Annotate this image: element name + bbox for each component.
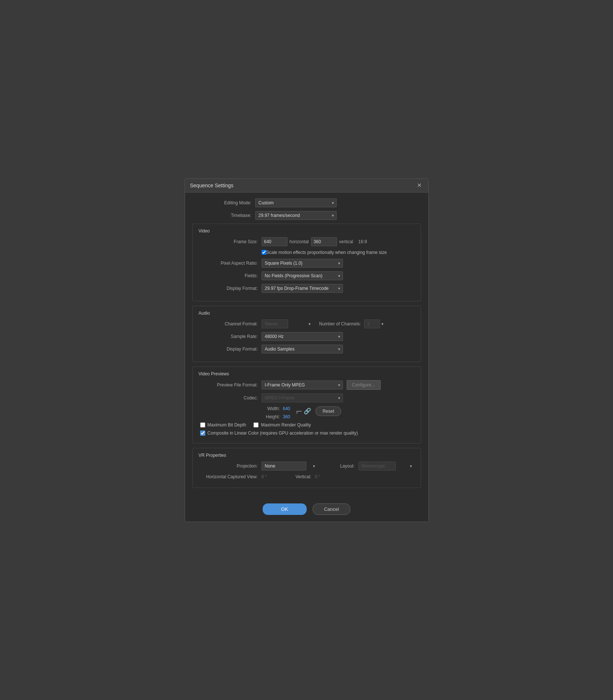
fields-select[interactable]: No Fields (Progressive Scan) Upper Field… <box>262 271 343 280</box>
width-height-area: Width: 640 Height: 360 ⌐ 🔗 Reset <box>199 406 415 419</box>
dialog-body: Editing Mode: Custom ARRI Cinema AVC-Int… <box>185 192 428 498</box>
projection-select-wrapper: None Equirectangular <box>262 462 318 470</box>
title-bar: Sequence Settings ✕ <box>185 179 428 192</box>
captured-view-row: Horizontal Captured View: 0 ° Vertical: … <box>199 474 415 479</box>
video-display-format-row: Display Format: 29.97 fps Drop-Frame Tim… <box>199 284 415 293</box>
frame-size-row: Frame Size: horizontal vertical 16:9 <box>199 237 415 246</box>
video-previews-section: Video Previews Preview File Format: I-Fr… <box>192 366 421 443</box>
timebase-select[interactable]: 29.97 frames/second 23.976 frames/second… <box>255 211 337 220</box>
quality-checkboxes-row: Maximum Bit Depth Maximum Render Quality <box>200 422 415 428</box>
width-label: Width: <box>262 406 280 411</box>
sample-rate-label: Sample Rate: <box>199 334 258 339</box>
cancel-button[interactable]: Cancel <box>313 503 350 515</box>
editing-mode-row: Editing Mode: Custom ARRI Cinema AVC-Int… <box>192 198 421 207</box>
video-display-format-select[interactable]: 29.97 fps Drop-Frame Timecode 29.97 fps … <box>262 284 343 293</box>
scale-motion-label: Scale motion effects proportionally when… <box>266 250 387 255</box>
video-display-format-select-wrapper: 29.97 fps Drop-Frame Timecode 29.97 fps … <box>262 284 343 293</box>
codec-select-wrapper: MPEG I-Frame <box>262 393 343 402</box>
video-section-title: Video <box>199 228 415 234</box>
audio-section: Audio Channel Format: Stereo Number of C… <box>192 306 421 362</box>
vertical-label: vertical <box>339 239 353 244</box>
pixel-aspect-ratio-label: Pixel Aspect Ratio: <box>199 261 258 266</box>
composite-linear-checkbox[interactable] <box>200 431 205 436</box>
vertical-value: 0 ° <box>315 474 320 479</box>
preview-file-format-select-wrapper: I-Frame Only MPEG QuickTime Microsoft AV… <box>262 381 343 389</box>
sequence-settings-dialog: Sequence Settings ✕ Editing Mode: Custom… <box>185 178 429 522</box>
horizontal-captured-view-label: Horizontal Captured View: <box>199 474 258 479</box>
vr-properties-section: VR Properties Projection: None Equirecta… <box>192 448 421 488</box>
num-channels-select-wrapper: 2 <box>364 319 386 328</box>
height-row: Height: 360 <box>262 414 290 419</box>
max-bit-depth-row: Maximum Bit Depth <box>200 422 246 428</box>
configure-button[interactable]: Configure... <box>347 380 381 390</box>
horizontal-captured-view-value: 0 ° <box>262 474 267 479</box>
timebase-row: Timebase: 29.97 frames/second 23.976 fra… <box>192 211 421 220</box>
pixel-aspect-ratio-select[interactable]: Square Pixels (1.0) D1/DV NTSC (0.9091) … <box>262 259 343 268</box>
height-value: 360 <box>283 414 290 419</box>
num-channels-group: Number of Channels: 2 <box>319 319 386 328</box>
vertical-label: Vertical: <box>282 474 311 479</box>
fields-row: Fields: No Fields (Progressive Scan) Upp… <box>199 271 415 280</box>
channel-format-row: Channel Format: Stereo Number of Channel… <box>199 319 415 328</box>
editing-mode-select[interactable]: Custom ARRI Cinema AVC-Intra AVCHD Digit… <box>255 198 337 207</box>
video-display-format-label: Display Format: <box>199 286 258 291</box>
ok-button[interactable]: OK <box>263 503 307 515</box>
width-row: Width: 640 <box>262 406 290 411</box>
width-height-block: Width: 640 Height: 360 <box>262 406 290 419</box>
video-section: Video Frame Size: horizontal vertical 16… <box>192 224 421 301</box>
sample-rate-row: Sample Rate: 48000 Hz 8000 Hz 44100 Hz 9… <box>199 332 415 341</box>
fields-label: Fields: <box>199 273 258 278</box>
channel-format-select-wrapper: Stereo <box>262 319 313 328</box>
channel-format-select: Stereo <box>262 319 288 328</box>
audio-display-format-row: Display Format: Audio Samples Millisecon… <box>199 345 415 354</box>
max-render-quality-row: Maximum Render Quality <box>253 422 311 428</box>
max-render-quality-checkbox[interactable] <box>253 422 259 428</box>
audio-display-format-select-wrapper: Audio Samples Milliseconds <box>262 345 343 354</box>
max-render-quality-label: Maximum Render Quality <box>261 422 311 428</box>
channel-format-label: Channel Format: <box>199 321 258 326</box>
pixel-aspect-ratio-row: Pixel Aspect Ratio: Square Pixels (1.0) … <box>199 259 415 268</box>
composite-linear-label: Composite in Linear Color (requires GPU … <box>208 431 358 436</box>
layout-select-wrapper: Monoscopic <box>358 462 415 470</box>
num-channels-select: 2 <box>364 319 380 328</box>
preview-file-format-select[interactable]: I-Frame Only MPEG QuickTime Microsoft AV… <box>262 381 343 389</box>
vr-properties-section-title: VR Properties <box>199 453 415 458</box>
projection-label: Projection: <box>199 463 258 469</box>
video-previews-section-title: Video Previews <box>199 371 415 376</box>
projection-layout-row: Projection: None Equirectangular Layout:… <box>199 462 415 470</box>
editing-mode-select-wrapper: Custom ARRI Cinema AVC-Intra AVCHD Digit… <box>255 198 337 207</box>
projection-select[interactable]: None Equirectangular <box>262 462 306 470</box>
preview-file-format-label: Preview File Format: <box>199 382 258 388</box>
aspect-ratio: 16:9 <box>358 239 367 244</box>
link-icon[interactable]: 🔗 <box>304 408 311 415</box>
max-bit-depth-checkbox[interactable] <box>200 422 205 428</box>
audio-display-format-select[interactable]: Audio Samples Milliseconds <box>262 345 343 354</box>
audio-display-format-label: Display Format: <box>199 346 258 352</box>
codec-row: Codec: MPEG I-Frame <box>199 393 415 402</box>
scale-motion-row: Scale motion effects proportionally when… <box>262 250 415 255</box>
width-value: 640 <box>283 406 290 411</box>
num-channels-label: Number of Channels: <box>319 321 361 326</box>
frame-size-vertical-input[interactable] <box>311 237 337 246</box>
bracket-group: ⌐ 🔗 Reset <box>296 406 341 416</box>
horizontal-label: horizontal <box>290 239 309 244</box>
reset-button[interactable]: Reset <box>316 406 341 416</box>
close-button[interactable]: ✕ <box>415 182 423 189</box>
layout-label: Layout: <box>325 463 355 469</box>
timebase-select-wrapper: 29.97 frames/second 23.976 frames/second… <box>255 211 337 220</box>
sample-rate-select-wrapper: 48000 Hz 8000 Hz 44100 Hz 96000 Hz <box>262 332 343 341</box>
layout-select: Monoscopic <box>358 462 396 470</box>
codec-label: Codec: <box>199 395 258 401</box>
height-label: Height: <box>262 414 280 419</box>
fields-select-wrapper: No Fields (Progressive Scan) Upper Field… <box>262 271 343 280</box>
pixel-aspect-ratio-select-wrapper: Square Pixels (1.0) D1/DV NTSC (0.9091) … <box>262 259 343 268</box>
sample-rate-select[interactable]: 48000 Hz 8000 Hz 44100 Hz 96000 Hz <box>262 332 343 341</box>
editing-mode-label: Editing Mode: <box>192 200 252 205</box>
dialog-footer: OK Cancel <box>185 498 428 522</box>
timebase-label: Timebase: <box>192 213 252 218</box>
max-bit-depth-label: Maximum Bit Depth <box>208 422 246 428</box>
preview-file-format-row: Preview File Format: I-Frame Only MPEG Q… <box>199 380 415 390</box>
audio-section-title: Audio <box>199 311 415 316</box>
scale-motion-checkbox[interactable] <box>262 250 266 255</box>
frame-size-horizontal-input[interactable] <box>262 237 287 246</box>
